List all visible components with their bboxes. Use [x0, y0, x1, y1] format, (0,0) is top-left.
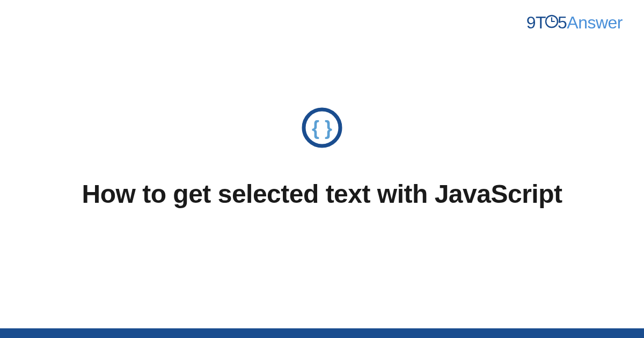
main-content: { } How to get selected text with JavaSc… [0, 0, 644, 338]
footer-accent-bar [0, 328, 644, 338]
code-braces-icon: { } [301, 106, 343, 151]
svg-text:{ }: { } [312, 117, 332, 139]
page-title: How to get selected text with JavaScript [82, 178, 562, 210]
